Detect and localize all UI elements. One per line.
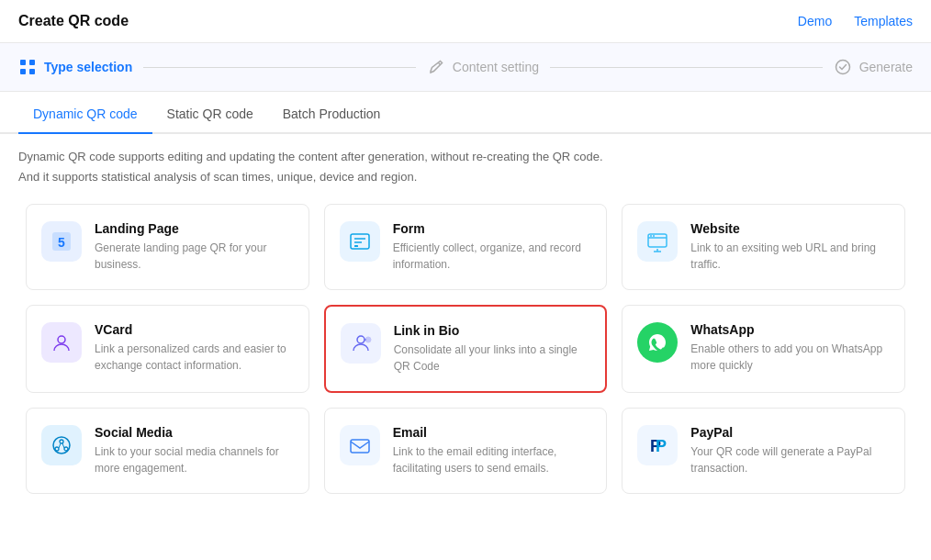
whatsapp-icon [637, 322, 678, 363]
step-divider-2 [550, 67, 823, 68]
svg-point-23 [64, 447, 68, 451]
landing-page-title: Landing Page [95, 221, 294, 236]
landing-page-icon: 5 [41, 221, 82, 262]
vcard-desc: Link a personalized cards and easier to … [95, 341, 294, 374]
step-generate[interactable]: Generate [834, 58, 913, 76]
tab-static[interactable]: Static QR code [152, 95, 268, 134]
page-title: Create QR code [18, 13, 129, 29]
step-content-label: Content setting [453, 60, 539, 74]
nav-template[interactable]: Templates [854, 14, 913, 28]
vcard-content: VCardLink a personalized cards and easie… [95, 322, 294, 374]
link-in-bio-icon [341, 323, 381, 364]
social-media-icon [41, 425, 82, 465]
tabs-bar: Dynamic QR code Static QR code Batch Pro… [0, 95, 931, 134]
svg-line-25 [59, 443, 61, 448]
svg-line-26 [62, 443, 64, 448]
svg-point-4 [836, 61, 849, 74]
top-bar: Create QR code Demo Templates [0, 0, 931, 43]
svg-point-13 [650, 235, 652, 237]
svg-point-14 [653, 235, 655, 237]
top-nav: Demo Templates [798, 14, 913, 28]
landing-page-content: Landing PageGenerate landing page QR for… [95, 221, 294, 273]
step-generate-label: Generate [859, 60, 913, 74]
link-in-bio-desc: Consolidate all your links into a single… [394, 342, 591, 375]
check-circle-icon [834, 58, 852, 76]
email-desc: Link to the email editing interface, fac… [393, 443, 592, 476]
website-content: WebsiteLink to an exsiting web URL and b… [690, 221, 890, 273]
landing-page-desc: Generate landing page QR for your busine… [95, 240, 294, 273]
website-desc: Link to an exsiting web URL and bring tr… [690, 240, 890, 273]
tab-batch[interactable]: Batch Production [268, 95, 396, 134]
description: Dynamic QR code supports editing and upd… [0, 134, 931, 196]
email-title: Email [393, 425, 592, 440]
desc-line1: Dynamic QR code supports editing and upd… [18, 147, 913, 167]
svg-rect-7 [351, 234, 369, 249]
card-whatsapp[interactable]: WhatsAppEnable others to add you on What… [622, 305, 905, 393]
step-type-selection[interactable]: Type selection [18, 58, 132, 76]
card-email[interactable]: EmailLink to the email editing interface… [324, 408, 608, 494]
form-content: FormEfficiently collect, organize, and r… [393, 221, 592, 273]
svg-point-17 [58, 336, 65, 343]
tab-dynamic[interactable]: Dynamic QR code [18, 95, 152, 134]
desc-line2: And it supports statistical analysis of … [18, 167, 913, 187]
paypal-content: PayPalYour QR code will generate a PayPa… [690, 425, 890, 476]
vcard-icon [41, 322, 82, 363]
social-media-content: Social MediaLink to your social media ch… [95, 425, 294, 476]
svg-rect-3 [29, 69, 35, 74]
step-content-setting[interactable]: Content setting [427, 58, 539, 76]
link-in-bio-content: Link in BioConsolidate all your links in… [394, 323, 591, 375]
cards-grid: 5 Landing PageGenerate landing page QR f… [0, 196, 931, 520]
card-paypal[interactable]: P P PayPalYour QR code will generate a P… [622, 408, 905, 494]
svg-text:5: 5 [58, 235, 65, 250]
paypal-icon: P P [637, 425, 678, 465]
form-title: Form [393, 221, 592, 236]
email-content: EmailLink to the email editing interface… [393, 425, 592, 476]
email-icon [340, 425, 380, 465]
website-title: Website [690, 221, 890, 236]
card-website[interactable]: WebsiteLink to an exsiting web URL and b… [622, 204, 905, 290]
form-desc: Efficiently collect, organize, and recor… [393, 240, 592, 273]
card-form[interactable]: FormEfficiently collect, organize, and r… [324, 204, 608, 290]
paypal-title: PayPal [690, 425, 890, 440]
grid-icon [18, 58, 37, 76]
steps-bar: Type selection Content setting Generate [0, 43, 931, 92]
nav-demo[interactable]: Demo [798, 14, 832, 28]
card-vcard[interactable]: VCardLink a personalized cards and easie… [26, 305, 309, 393]
link-in-bio-title: Link in Bio [394, 323, 591, 338]
paypal-desc: Your QR code will generate a PayPal tran… [690, 443, 890, 476]
svg-point-22 [55, 447, 59, 451]
step-divider-1 [143, 67, 416, 68]
svg-rect-10 [354, 245, 358, 247]
card-landing-page[interactable]: 5 Landing PageGenerate landing page QR f… [26, 204, 309, 290]
whatsapp-desc: Enable others to add you on WhatsApp mor… [690, 341, 890, 374]
svg-rect-27 [351, 440, 369, 453]
card-link-in-bio[interactable]: Link in BioConsolidate all your links in… [324, 305, 608, 393]
svg-text:P: P [656, 437, 667, 455]
whatsapp-title: WhatsApp [690, 322, 890, 337]
step-type-label: Type selection [44, 60, 132, 74]
svg-rect-1 [29, 60, 35, 65]
social-media-title: Social Media [95, 425, 294, 440]
form-icon [340, 221, 380, 262]
svg-point-18 [357, 336, 365, 343]
card-social-media[interactable]: Social MediaLink to your social media ch… [26, 408, 309, 494]
edit-icon [427, 58, 445, 76]
svg-point-24 [60, 440, 63, 443]
website-icon [637, 221, 678, 262]
social-media-desc: Link to your social media channels for m… [95, 443, 294, 476]
svg-rect-0 [20, 60, 26, 65]
whatsapp-content: WhatsAppEnable others to add you on What… [690, 322, 890, 374]
svg-rect-2 [20, 69, 26, 74]
vcard-title: VCard [95, 322, 294, 337]
